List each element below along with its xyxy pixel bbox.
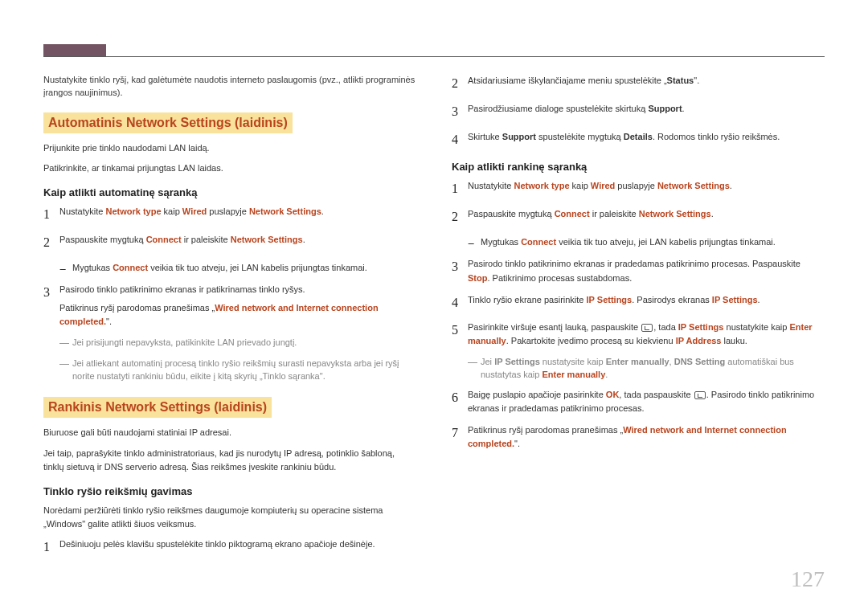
substep: ‒ Mygtukas Connect veikia tik tuo atveju…	[59, 261, 416, 277]
step-number: 5	[452, 321, 468, 348]
step-text: Atsidariusiame iškylančiajame meniu spus…	[468, 74, 825, 94]
substep-text: Mygtukas Connect veikia tik tuo atveju, …	[481, 235, 825, 251]
note-marker-icon: ―	[59, 337, 72, 350]
paragraph: Biuruose gali būti naudojami statiniai I…	[43, 426, 416, 439]
step-1: 1 Nustatykite Network type kaip Wired pu…	[452, 179, 825, 199]
step-text: Pasirodo tinklo patikrinimo ekranas ir p…	[59, 283, 416, 329]
step-1: 1 Nustatykite Network type kaip Wired pu…	[43, 205, 416, 225]
paragraph: Jei taip, paprašykite tinklo administrat…	[43, 447, 416, 474]
page-number: 127	[791, 566, 825, 592]
step-5: 5 Pasirinkite viršuje esantį lauką, pasp…	[452, 321, 825, 348]
subheading-auto-setup: Kaip atlikti automatinę sąranką	[43, 186, 416, 198]
note-text: Jei prisijungti nepavyksta, patikinkite …	[72, 337, 416, 350]
note-text: Jei IP Settings nustatysite kaip Enter m…	[481, 356, 825, 382]
enter-icon	[641, 324, 653, 332]
step-2: 2 Paspauskite mygtuką Connect ir paleisk…	[43, 233, 416, 253]
step-number: 2	[452, 207, 468, 227]
step-text: Paspauskite mygtuką Connect ir paleiskit…	[59, 233, 416, 253]
right-column: 2 Atsidariusiame iškylančiajame meniu sp…	[452, 74, 825, 566]
dash-icon: ‒	[59, 261, 72, 277]
paragraph: Patikrinkite, ar tinkamai prijungtas LAN…	[43, 161, 416, 175]
note: ― Jei IP Settings nustatysite kaip Enter…	[468, 356, 825, 382]
substep-text: Mygtukas Connect veikia tik tuo atveju, …	[72, 261, 416, 277]
step-4: 4 Tinklo ryšio ekrane pasirinkite IP Set…	[452, 293, 825, 313]
dash-icon: ‒	[468, 235, 481, 251]
step-number: 4	[452, 293, 468, 313]
step-4: 4 Skirtuke Support spustelėkite mygtuką …	[452, 130, 825, 150]
note: ― Jei prisijungti nepavyksta, patikinkit…	[59, 337, 416, 350]
note-marker-icon: ―	[468, 356, 481, 382]
step-text: Pasirodžiusiame dialoge spustelėkite ski…	[468, 102, 825, 122]
step-6: 6 Baigę puslapio apačioje pasirinkite OK…	[452, 388, 825, 415]
subheading-manual-setup: Kaip atlikti rankinę sąranką	[452, 161, 825, 173]
step-number: 3	[43, 283, 59, 329]
note: ― Jei atliekant automatinį procesą tinkl…	[59, 358, 416, 383]
step-2: 2 Paspauskite mygtuką Connect ir paleisk…	[452, 207, 825, 227]
subheading-values: Tinklo ryšio reikšmių gavimas	[43, 485, 416, 497]
header-color-tab	[43, 44, 106, 56]
step-number: 2	[452, 74, 468, 94]
step-number: 1	[452, 179, 468, 199]
enter-icon	[694, 391, 706, 399]
step-3: 3 Pasirodo tinklo patikrinimo ekranas ir…	[43, 283, 416, 329]
step-number: 1	[43, 537, 59, 558]
section-heading-manual: Rankinis Network Settings (laidinis)	[43, 397, 272, 418]
step-number: 6	[452, 388, 468, 415]
intro-text: Nustatykite tinklo ryšį, kad galėtumėte …	[43, 74, 416, 100]
step-3: 3 Pasirodžiusiame dialoge spustelėkite s…	[452, 102, 825, 122]
step-1: 1 Dešiniuoju pelės klavišu spustelėkite …	[43, 537, 416, 558]
step-number: 3	[452, 102, 468, 122]
substep: ‒ Mygtukas Connect veikia tik tuo atveju…	[468, 235, 825, 251]
step-2: 2 Atsidariusiame iškylančiajame meniu sp…	[452, 74, 825, 94]
section-heading-auto: Automatinis Network Settings (laidinis)	[43, 112, 293, 133]
left-column: Nustatykite tinklo ryšį, kad galėtumėte …	[43, 74, 416, 566]
paragraph: Norėdami peržiūrėti tinklo ryšio reikšme…	[43, 504, 416, 531]
step-number: 2	[43, 233, 59, 253]
step-number: 4	[452, 130, 468, 150]
step-text: Tinklo ryšio ekrane pasirinkite IP Setti…	[468, 293, 825, 313]
header-rule	[43, 56, 825, 57]
step-text: Pasirodo tinklo patikrinimo ekranas ir p…	[468, 257, 825, 284]
step-7: 7 Patikrinus ryšį parodomas pranešimas „…	[452, 423, 825, 451]
page-columns: Nustatykite tinklo ryšį, kad galėtumėte …	[43, 39, 825, 566]
step-text: Pasirinkite viršuje esantį lauką, paspau…	[468, 321, 825, 348]
note-marker-icon: ―	[59, 358, 72, 383]
step-number: 3	[452, 257, 468, 284]
step-text: Patikrinus ryšį parodomas pranešimas „Wi…	[468, 423, 825, 451]
step-3: 3 Pasirodo tinklo patikrinimo ekranas ir…	[452, 257, 825, 284]
step-text: Baigę puslapio apačioje pasirinkite OK, …	[468, 388, 825, 415]
step-text: Nustatykite Network type kaip Wired pusl…	[468, 179, 825, 199]
step-number: 1	[43, 205, 59, 225]
step-text: Paspauskite mygtuką Connect ir paleiskit…	[468, 207, 825, 227]
note-text: Jei atliekant automatinį procesą tinklo …	[72, 358, 416, 383]
step-text: Nustatykite Network type kaip Wired pusl…	[59, 205, 416, 225]
step-number: 7	[452, 423, 468, 451]
step-text: Skirtuke Support spustelėkite mygtuką De…	[468, 130, 825, 150]
step-text: Dešiniuoju pelės klavišu spustelėkite ti…	[59, 537, 416, 558]
paragraph: Prijunkite prie tinklo naudodami LAN lai…	[43, 141, 416, 155]
